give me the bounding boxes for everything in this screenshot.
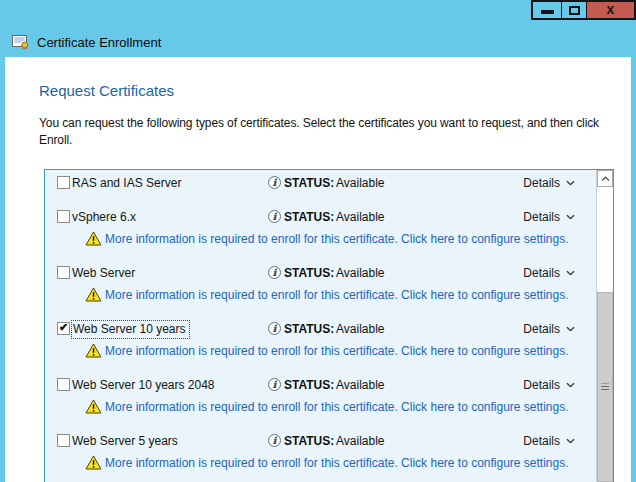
dialog-body: Request Certificates You can request the… bbox=[5, 57, 631, 482]
certificate-rows: ✔ RAS and IAS Server i STATUS: Available… bbox=[45, 170, 596, 482]
details-label: Details bbox=[523, 378, 560, 392]
certificate-warning-row: More information is required to enroll f… bbox=[57, 396, 596, 418]
details-label: Details bbox=[523, 322, 560, 336]
status-label: STATUS: bbox=[284, 322, 334, 336]
checkmark-icon: ✔ bbox=[59, 322, 68, 333]
certificate-row[interactable]: ✔ Web Server 5 years i STATUS: Available… bbox=[57, 430, 596, 452]
details-label: Details bbox=[523, 210, 560, 224]
info-icon: i bbox=[268, 322, 281, 335]
warning-icon bbox=[85, 343, 102, 358]
certificate-warning-row: More information is required to enroll f… bbox=[57, 228, 596, 250]
certificate-checkbox[interactable]: ✔ bbox=[57, 322, 70, 335]
certificate-icon bbox=[12, 34, 30, 50]
certificate-item: ✔ vSphere 6.x i STATUS: Available Detail… bbox=[57, 206, 596, 250]
certificate-checkbox[interactable]: ✔ bbox=[57, 176, 70, 189]
minimize-button[interactable] bbox=[531, 0, 563, 20]
window-title: Certificate Enrollment bbox=[37, 35, 161, 50]
details-toggle[interactable]: Details bbox=[523, 266, 575, 280]
details-toggle[interactable]: Details bbox=[523, 378, 575, 392]
details-label: Details bbox=[523, 266, 560, 280]
chevron-down-icon bbox=[566, 180, 575, 186]
warning-icon bbox=[85, 455, 102, 470]
details-toggle[interactable]: Details bbox=[523, 176, 575, 190]
warning-link[interactable]: More information is required to enroll f… bbox=[105, 400, 569, 414]
status-label: STATUS: bbox=[284, 378, 334, 392]
vertical-scrollbar[interactable] bbox=[596, 170, 613, 482]
certificate-item: ✔ Web Server 10 years 2048 i STATUS: Ava… bbox=[57, 374, 596, 418]
certificate-item: ✔ Web Server i STATUS: Available Details bbox=[57, 262, 596, 306]
certificate-item: ✔ Web Server 10 years i STATUS: Availabl… bbox=[57, 318, 596, 362]
maximize-button[interactable] bbox=[562, 0, 588, 20]
certificate-checkbox[interactable]: ✔ bbox=[57, 434, 70, 447]
info-icon: i bbox=[268, 378, 281, 391]
close-button[interactable]: x bbox=[587, 0, 636, 20]
warning-icon bbox=[85, 399, 102, 414]
chevron-down-icon bbox=[566, 326, 575, 332]
certificate-item: ✔ RAS and IAS Server i STATUS: Available… bbox=[57, 172, 596, 194]
status-value: Available bbox=[336, 266, 384, 280]
info-icon: i bbox=[268, 434, 281, 447]
warning-link[interactable]: More information is required to enroll f… bbox=[105, 344, 569, 358]
chevron-down-icon bbox=[566, 214, 575, 220]
info-icon: i bbox=[268, 266, 281, 279]
status-value: Available bbox=[336, 210, 384, 224]
maximize-icon bbox=[569, 6, 580, 15]
certificate-checkbox[interactable]: ✔ bbox=[57, 266, 70, 279]
certificate-warning-row: More information is required to enroll f… bbox=[57, 284, 596, 306]
details-label: Details bbox=[523, 434, 560, 448]
details-toggle[interactable]: Details bbox=[523, 210, 575, 224]
status-value: Available bbox=[336, 434, 384, 448]
page-description: You can request the following types of c… bbox=[39, 115, 617, 149]
info-icon: i bbox=[268, 176, 281, 189]
status-label: STATUS: bbox=[284, 210, 334, 224]
certificate-name: Web Server 5 years bbox=[72, 434, 178, 448]
status-label: STATUS: bbox=[284, 434, 334, 448]
certificate-warning-row: More information is required to enroll f… bbox=[57, 452, 596, 474]
status-value: Available bbox=[336, 176, 384, 190]
info-icon: i bbox=[268, 210, 281, 223]
certificate-name: Web Server bbox=[72, 266, 135, 280]
page-title: Request Certificates bbox=[39, 82, 174, 99]
scrollbar-grip-icon bbox=[601, 384, 609, 391]
certificate-checkbox[interactable]: ✔ bbox=[57, 210, 70, 223]
minimize-icon bbox=[541, 10, 554, 14]
certificate-name: RAS and IAS Server bbox=[72, 176, 181, 190]
certificate-row[interactable]: ✔ vSphere 6.x i STATUS: Available Detail… bbox=[57, 206, 596, 228]
warning-link[interactable]: More information is required to enroll f… bbox=[105, 288, 569, 302]
certificate-name: vSphere 6.x bbox=[72, 210, 136, 224]
details-toggle[interactable]: Details bbox=[523, 434, 575, 448]
chevron-up-icon bbox=[601, 176, 610, 182]
certificate-warning-row: More information is required to enroll f… bbox=[57, 340, 596, 362]
scrollbar-track[interactable] bbox=[597, 187, 613, 482]
warning-link[interactable]: More information is required to enroll f… bbox=[105, 456, 569, 470]
scrollbar-thumb[interactable] bbox=[597, 292, 613, 482]
close-icon: x bbox=[607, 2, 615, 16]
status-label: STATUS: bbox=[284, 176, 334, 190]
status-label: STATUS: bbox=[284, 266, 334, 280]
certificate-checkbox[interactable]: ✔ bbox=[57, 378, 70, 391]
warning-icon bbox=[85, 287, 102, 302]
chevron-down-icon bbox=[566, 438, 575, 444]
warning-link[interactable]: More information is required to enroll f… bbox=[105, 232, 569, 246]
titlebar: Certificate Enrollment bbox=[12, 34, 161, 50]
chevron-down-icon bbox=[566, 270, 575, 276]
status-value: Available bbox=[336, 322, 384, 336]
certificate-name: Web Server 10 years 2048 bbox=[72, 378, 215, 392]
chevron-down-icon bbox=[566, 382, 575, 388]
warning-icon bbox=[85, 231, 102, 246]
scroll-up-button[interactable] bbox=[597, 170, 613, 187]
certificate-item: ✔ Web Server 5 years i STATUS: Available… bbox=[57, 430, 596, 474]
certificate-enrollment-window: x Certificate Enrollment Request Certifi… bbox=[0, 0, 636, 482]
status-value: Available bbox=[336, 378, 384, 392]
certificate-row[interactable]: ✔ RAS and IAS Server i STATUS: Available… bbox=[57, 172, 596, 194]
certificate-name: Web Server 10 years bbox=[71, 320, 190, 339]
certificate-row[interactable]: ✔ Web Server 10 years 2048 i STATUS: Ava… bbox=[57, 374, 596, 396]
certificate-list: ✔ RAS and IAS Server i STATUS: Available… bbox=[44, 169, 614, 482]
details-toggle[interactable]: Details bbox=[523, 322, 575, 336]
certificate-row[interactable]: ✔ Web Server i STATUS: Available Details bbox=[57, 262, 596, 284]
details-label: Details bbox=[523, 176, 560, 190]
certificate-row[interactable]: ✔ Web Server 10 years i STATUS: Availabl… bbox=[57, 318, 596, 340]
